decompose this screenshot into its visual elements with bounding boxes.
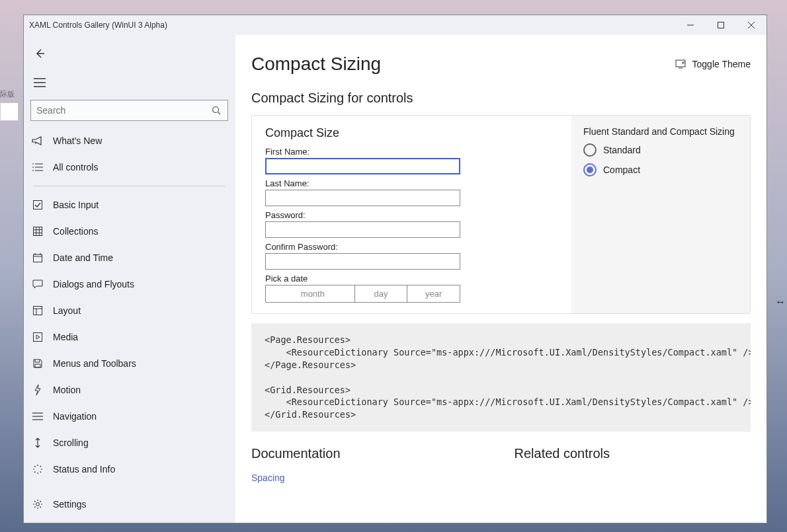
maximize-button[interactable] (706, 15, 736, 35)
search-box[interactable] (30, 100, 228, 121)
confirm-password-label: Confirm Password: (265, 242, 558, 252)
nav-item-status[interactable]: Status and Info (24, 456, 235, 482)
svg-rect-1 (718, 22, 724, 28)
svg-line-37 (40, 472, 42, 473)
nav-label: Navigation (53, 411, 97, 422)
background-text-fragment: 际版 (0, 89, 15, 99)
checkbox-icon (32, 199, 44, 211)
radio-label: Standard (603, 145, 641, 155)
confirm-password-input[interactable] (265, 253, 460, 270)
radio-label: Compact (603, 165, 640, 175)
window-buttons (675, 15, 766, 35)
nav-label: Date and Time (53, 252, 113, 263)
svg-rect-21 (34, 254, 42, 262)
example-card: Compact Size First Name: Last Name: Pass… (251, 115, 751, 314)
first-name-input[interactable] (265, 158, 460, 174)
search-icon (210, 104, 222, 116)
grid-icon (32, 225, 44, 237)
window-title: XAML Controls Gallery (WinUI 3 Alpha) (24, 20, 167, 30)
nav-item-media[interactable]: Media (24, 324, 235, 350)
nav-label: Motion (53, 385, 81, 395)
nav-label: Menus and Toolbars (53, 358, 136, 369)
svg-line-38 (34, 472, 36, 473)
nav-item-scrolling[interactable]: Scrolling (24, 430, 235, 456)
spinner-icon (32, 463, 44, 475)
nav-item-whats-new[interactable]: What's New (24, 128, 235, 154)
hamburger-button[interactable] (26, 69, 53, 96)
last-name-input[interactable] (265, 190, 460, 206)
svg-point-7 (213, 107, 219, 113)
background-box (0, 102, 19, 121)
nav-label: Collections (53, 226, 98, 237)
layout-icon (32, 305, 44, 317)
play-icon (32, 331, 44, 343)
menu-icon (32, 410, 44, 422)
scroll-icon (32, 437, 44, 449)
svg-rect-28 (34, 333, 42, 342)
nav-item-menus[interactable]: Menus and Toolbars (24, 350, 235, 377)
nav-label: Basic Input (53, 200, 99, 210)
minimize-button[interactable] (675, 15, 706, 35)
page-title: Compact Sizing (251, 54, 381, 75)
nav-label: What's New (53, 135, 102, 146)
svg-rect-16 (34, 227, 42, 236)
main-content: Compact Sizing Toggle Theme Compact Sizi… (235, 35, 766, 523)
radio-standard[interactable]: Standard (583, 143, 738, 157)
nav-label: Layout (53, 305, 81, 316)
doc-link-spacing[interactable]: Spacing (251, 473, 285, 483)
search-input[interactable] (36, 105, 210, 116)
megaphone-icon (32, 135, 44, 147)
documentation-heading: Documentation (251, 446, 488, 461)
pick-date-label: Pick a date (265, 274, 558, 284)
close-button[interactable] (736, 15, 766, 35)
svg-line-8 (218, 112, 221, 115)
titlebar: XAML Controls Gallery (WinUI 3 Alpha) (24, 15, 766, 35)
back-button[interactable] (26, 40, 53, 67)
date-day[interactable]: day (355, 285, 408, 302)
svg-line-39 (40, 466, 42, 467)
nav-label: Media (53, 332, 78, 342)
nav-item-layout[interactable]: Layout (24, 297, 235, 324)
nav-label: Status and Info (53, 464, 115, 475)
sidebar: What's New All controls Basic Input Coll… (24, 35, 235, 523)
save-icon (32, 358, 44, 369)
card-title: Compact Size (265, 126, 558, 140)
date-picker[interactable]: month day year (265, 285, 460, 303)
nav-item-date-time[interactable]: Date and Time (24, 245, 235, 271)
nav-item-motion[interactable]: Motion (24, 377, 235, 403)
nav-item-collections[interactable]: Collections (24, 218, 235, 245)
bolt-icon (32, 384, 44, 396)
radio-icon (583, 143, 597, 157)
gear-icon (32, 498, 44, 510)
password-input[interactable] (265, 221, 460, 238)
nav-list: What's New All controls Basic Input Coll… (24, 128, 235, 491)
svg-rect-25 (34, 307, 42, 315)
nav-item-navigation[interactable]: Navigation (24, 403, 235, 430)
toggle-theme-button[interactable]: Toggle Theme (675, 58, 751, 70)
date-month[interactable]: month (266, 285, 355, 302)
calendar-icon (32, 252, 44, 264)
nav-item-basic-input[interactable]: Basic Input (24, 192, 235, 218)
list-icon (32, 161, 44, 173)
last-name-label: Last Name: (265, 178, 558, 188)
svg-line-36 (34, 466, 36, 467)
nav-item-dialogs[interactable]: Dialogs and Flyouts (24, 271, 235, 297)
sizing-options-title: Fluent Standard and Compact Sizing (583, 126, 738, 137)
nav-label: Dialogs and Flyouts (53, 279, 134, 289)
nav-item-settings[interactable]: Settings (24, 491, 235, 517)
first-name-label: First Name: (265, 147, 558, 157)
theme-icon (675, 58, 687, 70)
app-window: XAML Controls Gallery (WinUI 3 Alpha) Wh… (23, 15, 767, 523)
svg-rect-15 (34, 201, 42, 209)
nav-item-all-controls[interactable]: All controls (24, 154, 235, 180)
code-sample[interactable]: <Page.Resources> <ResourceDictionary Sou… (251, 323, 751, 432)
password-label: Password: (265, 210, 558, 220)
svg-point-40 (36, 503, 40, 506)
date-year[interactable]: year (407, 285, 460, 302)
resize-cursor-icon: ↔ (775, 296, 786, 308)
radio-icon (583, 163, 597, 176)
section-title: Compact Sizing for controls (251, 91, 751, 106)
nav-label: Scrolling (53, 437, 89, 448)
radio-compact[interactable]: Compact (583, 163, 738, 176)
svg-line-43 (682, 61, 684, 64)
